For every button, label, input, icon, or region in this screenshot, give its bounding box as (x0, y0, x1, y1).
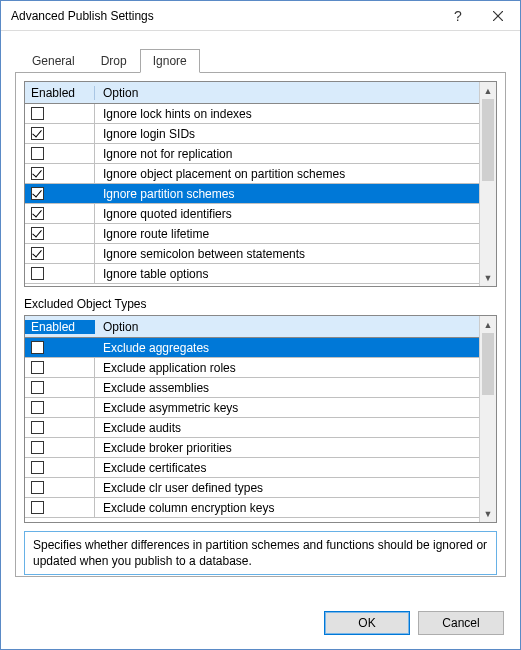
tab-ignore[interactable]: Ignore (140, 49, 200, 73)
checkbox[interactable] (31, 341, 44, 354)
description-box: Specifies whether differences in partiti… (24, 531, 497, 575)
cell-option: Exclude asymmetric keys (95, 401, 479, 415)
tab-drop[interactable]: Drop (88, 49, 140, 73)
grid-header: Enabled Option (25, 316, 479, 338)
cancel-button[interactable]: Cancel (418, 611, 504, 635)
window-title: Advanced Publish Settings (11, 9, 440, 23)
tab-strip: GeneralDropIgnore (19, 49, 506, 73)
titlebar: Advanced Publish Settings ? (1, 1, 520, 31)
cell-option: Exclude column encryption keys (95, 501, 479, 515)
dialog-buttons: OK Cancel (324, 611, 504, 635)
cell-option: Ignore semicolon between statements (95, 247, 479, 261)
tab-panel-ignore: Enabled Option Ignore lock hints on inde… (15, 72, 506, 577)
table-row[interactable]: Exclude column encryption keys (25, 498, 479, 518)
cell-enabled (25, 358, 95, 377)
checkbox[interactable] (31, 461, 44, 474)
cancel-button-label: Cancel (442, 616, 479, 630)
column-header-enabled[interactable]: Enabled (25, 320, 95, 334)
table-row[interactable]: Exclude certificates (25, 458, 479, 478)
table-row[interactable]: Ignore object placement on partition sch… (25, 164, 479, 184)
cell-enabled (25, 264, 95, 283)
table-row[interactable]: Ignore lock hints on indexes (25, 104, 479, 124)
ok-button[interactable]: OK (324, 611, 410, 635)
table-row[interactable]: Exclude clr user defined types (25, 478, 479, 498)
scroll-up-icon[interactable]: ▲ (480, 82, 496, 99)
checkbox[interactable] (31, 441, 44, 454)
cell-enabled (25, 164, 95, 183)
table-row[interactable]: Ignore not for replication (25, 144, 479, 164)
description-text: Specifies whether differences in partiti… (33, 538, 487, 568)
checkbox[interactable] (31, 207, 44, 220)
cell-option: Exclude audits (95, 421, 479, 435)
cell-enabled (25, 204, 95, 223)
cell-option: Ignore partition schemes (95, 187, 479, 201)
table-row[interactable]: Exclude asymmetric keys (25, 398, 479, 418)
checkbox[interactable] (31, 167, 44, 180)
table-row[interactable]: Ignore partition schemes (25, 184, 479, 204)
cell-option: Ignore table options (95, 267, 479, 281)
column-header-option[interactable]: Option (95, 320, 479, 334)
table-row[interactable]: Exclude audits (25, 418, 479, 438)
checkbox[interactable] (31, 227, 44, 240)
table-row[interactable]: Ignore route lifetime (25, 224, 479, 244)
checkbox[interactable] (31, 187, 44, 200)
dialog-window: Advanced Publish Settings ? GeneralDropI… (0, 0, 521, 650)
excluded-section-label: Excluded Object Types (24, 297, 497, 311)
scroll-down-icon[interactable]: ▼ (480, 505, 496, 522)
checkbox[interactable] (31, 401, 44, 414)
cell-enabled (25, 224, 95, 243)
checkbox[interactable] (31, 361, 44, 374)
table-row[interactable]: Exclude broker priorities (25, 438, 479, 458)
close-icon (493, 11, 503, 21)
cell-enabled (25, 498, 95, 517)
tab-general[interactable]: General (19, 49, 88, 73)
cell-enabled (25, 478, 95, 497)
column-header-enabled[interactable]: Enabled (25, 86, 95, 100)
checkbox[interactable] (31, 421, 44, 434)
checkbox[interactable] (31, 107, 44, 120)
checkbox[interactable] (31, 147, 44, 160)
checkbox[interactable] (31, 501, 44, 514)
ignore-options-grid: Enabled Option Ignore lock hints on inde… (24, 81, 497, 287)
checkbox[interactable] (31, 127, 44, 140)
scrollbar[interactable]: ▲ ▼ (479, 82, 496, 286)
table-row[interactable]: Exclude assemblies (25, 378, 479, 398)
cell-enabled (25, 398, 95, 417)
cell-enabled (25, 438, 95, 457)
excluded-types-grid: Enabled Option Exclude aggregatesExclude… (24, 315, 497, 523)
cell-enabled (25, 418, 95, 437)
help-icon: ? (454, 8, 462, 24)
scroll-thumb[interactable] (482, 333, 494, 395)
table-row[interactable]: Ignore semicolon between statements (25, 244, 479, 264)
cell-enabled (25, 144, 95, 163)
checkbox[interactable] (31, 267, 44, 280)
column-header-option[interactable]: Option (95, 86, 479, 100)
scroll-thumb[interactable] (482, 99, 494, 181)
cell-enabled (25, 458, 95, 477)
cell-enabled (25, 244, 95, 263)
cell-option: Exclude application roles (95, 361, 479, 375)
table-row[interactable]: Exclude aggregates (25, 338, 479, 358)
scroll-down-icon[interactable]: ▼ (480, 269, 496, 286)
cell-option: Exclude assemblies (95, 381, 479, 395)
checkbox[interactable] (31, 481, 44, 494)
close-button[interactable] (476, 1, 520, 30)
checkbox[interactable] (31, 247, 44, 260)
cell-option: Ignore quoted identifiers (95, 207, 479, 221)
help-button[interactable]: ? (440, 1, 476, 30)
cell-enabled (25, 124, 95, 143)
cell-option: Exclude aggregates (95, 341, 479, 355)
table-row[interactable]: Ignore quoted identifiers (25, 204, 479, 224)
checkbox[interactable] (31, 381, 44, 394)
table-row[interactable]: Ignore login SIDs (25, 124, 479, 144)
cell-option: Exclude certificates (95, 461, 479, 475)
scroll-up-icon[interactable]: ▲ (480, 316, 496, 333)
cell-option: Ignore not for replication (95, 147, 479, 161)
dialog-body: GeneralDropIgnore Enabled Option Ignore … (1, 31, 520, 649)
cell-option: Ignore route lifetime (95, 227, 479, 241)
scrollbar[interactable]: ▲ ▼ (479, 316, 496, 522)
table-row[interactable]: Ignore table options (25, 264, 479, 284)
table-row[interactable]: Exclude application roles (25, 358, 479, 378)
cell-option: Ignore object placement on partition sch… (95, 167, 479, 181)
cell-option: Exclude broker priorities (95, 441, 479, 455)
